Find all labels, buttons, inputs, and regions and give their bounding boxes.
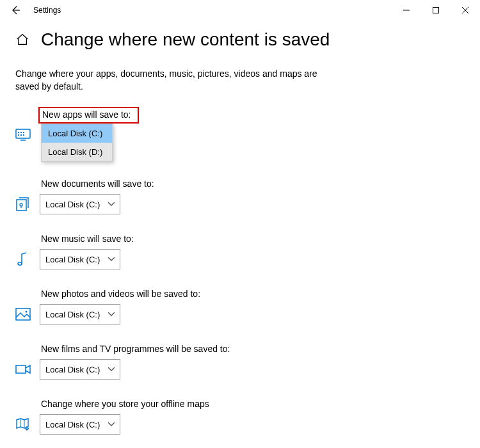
svg-point-10 <box>18 262 22 265</box>
page-title: Change where new content is saved <box>41 29 330 50</box>
page-description: Change where your apps, documents, music… <box>15 68 323 93</box>
back-button[interactable] <box>5 0 26 20</box>
section-label-music: New music will save to: <box>41 234 134 244</box>
svg-rect-5 <box>18 134 19 136</box>
section-documents: New documents will save to: Local Disk (… <box>15 179 465 214</box>
svg-rect-8 <box>17 200 26 211</box>
back-arrow-icon <box>10 5 20 15</box>
minimize-icon <box>403 7 410 13</box>
section-films: New films and TV programmes will be save… <box>15 344 465 380</box>
home-icon[interactable] <box>15 33 29 47</box>
section-photos: New photos and videos will be saved to: … <box>15 289 465 324</box>
section-label-apps: New apps will save to: <box>42 109 131 120</box>
svg-rect-2 <box>18 132 19 133</box>
docs-combo-value: Local Disk (C:) <box>45 200 104 209</box>
svg-rect-0 <box>433 8 439 13</box>
photos-combo-value: Local Disk (C:) <box>45 310 104 319</box>
svg-rect-1 <box>16 129 30 138</box>
music-combo[interactable]: Local Disk (C:) <box>40 249 120 269</box>
section-apps: New apps will save to: Local Disk (C:) L… <box>15 107 465 143</box>
films-icon <box>15 362 31 377</box>
chevron-down-icon <box>108 257 115 261</box>
content-area: Change where new content is saved Change… <box>0 20 480 435</box>
svg-rect-6 <box>20 134 22 136</box>
window-title: Settings <box>33 6 61 15</box>
svg-rect-11 <box>16 308 30 320</box>
window-controls <box>392 0 480 20</box>
docs-combo[interactable]: Local Disk (C:) <box>40 194 120 214</box>
apps-icon <box>15 127 31 143</box>
svg-rect-4 <box>23 132 24 133</box>
titlebar: Settings <box>0 0 480 20</box>
svg-rect-7 <box>23 134 24 136</box>
apps-dropdown: Local Disk (C:) Local Disk (D:) <box>41 124 113 162</box>
svg-point-12 <box>26 311 28 313</box>
minimize-button[interactable] <box>392 0 421 20</box>
chevron-down-icon <box>108 312 115 316</box>
section-label-maps: Change where you store your offline maps <box>41 399 209 409</box>
dropdown-option-d[interactable]: Local Disk (D:) <box>42 143 112 161</box>
films-combo[interactable]: Local Disk (C:) <box>40 359 120 380</box>
section-label-photos: New photos and videos will be saved to: <box>41 289 200 299</box>
section-music: New music will save to: Local Disk (C:) <box>15 234 465 269</box>
svg-point-9 <box>20 204 22 206</box>
svg-rect-13 <box>16 365 26 373</box>
maximize-button[interactable] <box>421 0 451 20</box>
films-combo-value: Local Disk (C:) <box>45 365 104 374</box>
close-icon <box>462 7 468 13</box>
section-label-films: New films and TV programmes will be save… <box>41 344 230 354</box>
section-maps: Change where you store your offline maps… <box>15 399 465 435</box>
highlight-box: New apps will save to: <box>38 107 139 124</box>
music-icon <box>15 252 31 267</box>
maximize-icon <box>433 7 439 13</box>
close-button[interactable] <box>451 0 480 20</box>
music-combo-value: Local Disk (C:) <box>45 255 104 264</box>
photos-icon <box>15 307 31 322</box>
svg-rect-3 <box>20 132 22 133</box>
maps-icon <box>15 417 31 432</box>
chevron-down-icon <box>108 367 115 371</box>
chevron-down-icon <box>108 422 115 426</box>
documents-icon <box>15 196 31 212</box>
chevron-down-icon <box>108 202 115 206</box>
dropdown-option-c[interactable]: Local Disk (C:) <box>42 124 112 143</box>
page-header: Change where new content is saved <box>15 29 465 50</box>
maps-combo[interactable]: Local Disk (C:) <box>40 414 120 435</box>
section-label-docs: New documents will save to: <box>41 179 154 189</box>
photos-combo[interactable]: Local Disk (C:) <box>40 304 120 324</box>
maps-combo-value: Local Disk (C:) <box>45 420 104 429</box>
